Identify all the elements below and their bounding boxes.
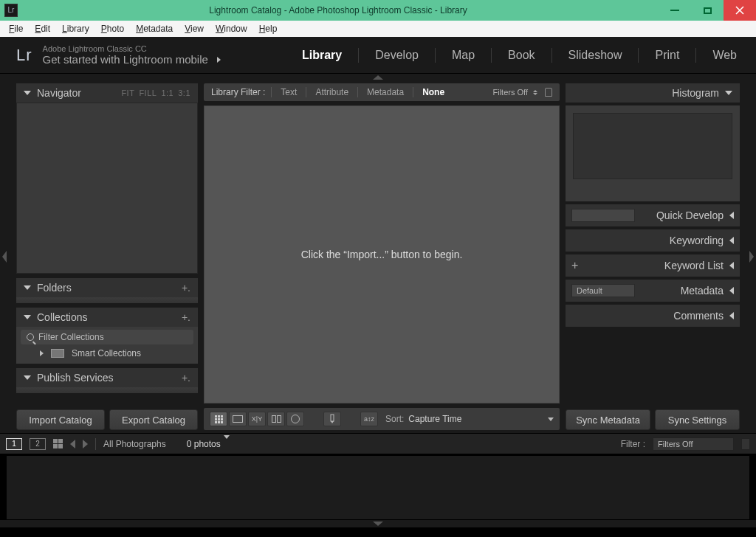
- main-screen-button[interactable]: 1: [6, 438, 22, 450]
- import-catalog-button[interactable]: Import Catalog: [16, 409, 105, 430]
- minimize-button[interactable]: [659, 0, 691, 21]
- compare-view-button[interactable]: X|Y: [248, 412, 266, 426]
- menu-edit[interactable]: Edit: [29, 22, 56, 35]
- histogram-header[interactable]: Histogram: [566, 83, 740, 103]
- toolbar-config-menu[interactable]: [548, 418, 554, 421]
- add-collection-button[interactable]: +.: [182, 311, 190, 323]
- sync-settings-button[interactable]: Sync Settings: [655, 409, 740, 430]
- sort-direction-button[interactable]: a↕z: [360, 412, 378, 426]
- menu-file[interactable]: File: [3, 22, 29, 35]
- module-library[interactable]: Library: [296, 49, 348, 62]
- module-develop[interactable]: Develop: [369, 49, 425, 62]
- bottom-panel-toggle[interactable]: [0, 520, 756, 527]
- smart-collections-row[interactable]: Smart Collections: [21, 344, 193, 362]
- metadata-preset-menu[interactable]: Default: [571, 284, 635, 297]
- identity-header: Lr Adobe Lightroom Classic CC Get starte…: [0, 37, 756, 74]
- module-print[interactable]: Print: [649, 49, 685, 62]
- filter-metadata[interactable]: Metadata: [364, 87, 407, 97]
- histogram-body: [566, 105, 740, 201]
- comments-header[interactable]: Comments: [566, 305, 740, 327]
- module-map[interactable]: Map: [446, 49, 481, 62]
- folders-header[interactable]: Folders+.: [16, 278, 198, 297]
- workspace: Navigator FITFILL1:13:1 Folders+. Collec…: [0, 80, 756, 433]
- disclosure-icon: [24, 91, 31, 95]
- add-keyword-button[interactable]: +: [571, 259, 578, 272]
- module-slideshow[interactable]: Slideshow: [563, 49, 628, 62]
- navigator-header[interactable]: Navigator FITFILL1:13:1: [16, 83, 198, 103]
- menu-window[interactable]: Window: [210, 22, 253, 35]
- metadata-header[interactable]: DefaultMetadata: [566, 280, 740, 302]
- source-lock-toggle[interactable]: [741, 438, 750, 450]
- filmstrip-filter-menu[interactable]: Filters Off: [653, 437, 734, 451]
- filter-collections-input[interactable]: Filter Collections: [21, 330, 193, 344]
- filmstrip-filter-label: Filter :: [621, 439, 645, 449]
- quick-develop-header[interactable]: Quick Develop: [566, 204, 740, 226]
- window-title: Lightroom Catalog - Adobe Photoshop Ligh…: [18, 5, 659, 15]
- toolbar: X|Y a↕z Sort: Capture Time: [204, 408, 560, 430]
- menu-library[interactable]: Library: [56, 22, 95, 35]
- filter-none[interactable]: None: [419, 87, 447, 97]
- menu-view[interactable]: View: [179, 22, 210, 35]
- window-controls: [659, 0, 756, 21]
- window-titlebar: Lr Lightroom Catalog - Adobe Photoshop L…: [0, 0, 756, 21]
- disclosure-icon: [725, 91, 732, 95]
- grid-view-button[interactable]: [210, 412, 227, 426]
- chevron-right-icon: [217, 57, 221, 63]
- loupe-view-button[interactable]: [229, 412, 247, 426]
- sync-metadata-button[interactable]: Sync Metadata: [566, 409, 650, 430]
- filter-preset-menu[interactable]: Filters Off: [493, 88, 552, 97]
- close-button[interactable]: [724, 0, 756, 21]
- grid-view[interactable]: Click the “Import...” button to begin.: [204, 105, 560, 403]
- lock-icon[interactable]: [545, 88, 552, 97]
- add-folder-button[interactable]: +.: [182, 282, 190, 294]
- disclosure-icon: [24, 315, 31, 319]
- quick-develop-preset-menu[interactable]: [571, 209, 635, 222]
- product-name: Adobe Lightroom Classic CC: [43, 44, 221, 53]
- folders-body: [16, 297, 198, 303]
- menu-bar: File Edit Library Photo Metadata View Wi…: [0, 21, 756, 37]
- publish-body: [16, 387, 198, 393]
- module-web[interactable]: Web: [707, 49, 743, 62]
- chevron-right-icon: [40, 350, 44, 356]
- menu-photo[interactable]: Photo: [95, 22, 130, 35]
- menu-help[interactable]: Help: [253, 22, 284, 35]
- module-picker: Library Develop Map Book Slideshow Print…: [296, 48, 743, 63]
- svg-rect-2: [331, 415, 334, 421]
- filter-text[interactable]: Text: [278, 87, 300, 97]
- survey-view-button[interactable]: [267, 412, 285, 426]
- disclosure-icon: [24, 375, 31, 380]
- people-view-button[interactable]: [286, 412, 304, 426]
- source-breadcrumb[interactable]: All Photographs: [103, 439, 166, 449]
- module-book[interactable]: Book: [502, 49, 540, 62]
- keywording-header[interactable]: Keywording: [566, 229, 740, 252]
- top-panel-toggle[interactable]: [0, 74, 756, 80]
- keyword-list-header[interactable]: +Keyword List: [566, 254, 740, 277]
- chevron-left-icon: [729, 237, 734, 244]
- export-catalog-button[interactable]: Export Catalog: [109, 409, 198, 430]
- right-panel-toggle[interactable]: [747, 80, 756, 433]
- left-panel-toggle[interactable]: [0, 80, 9, 433]
- navigator-zoom-options[interactable]: FITFILL1:13:1: [117, 89, 190, 97]
- menu-metadata[interactable]: Metadata: [130, 22, 179, 35]
- sort-label: Sort:: [385, 414, 404, 424]
- sort-menu[interactable]: Capture Time: [408, 414, 464, 424]
- filter-attribute[interactable]: Attribute: [312, 87, 351, 97]
- photo-count[interactable]: 0 photos: [187, 439, 230, 449]
- second-screen-button[interactable]: 2: [30, 438, 46, 450]
- publish-services-header[interactable]: Publish Services+.: [16, 368, 198, 387]
- chevron-down-icon: [224, 435, 230, 449]
- nav-forward-button[interactable]: [83, 440, 88, 448]
- nav-back-button[interactable]: [70, 440, 75, 448]
- navigator-preview: [16, 103, 198, 274]
- left-panel: Navigator FITFILL1:13:1 Folders+. Collec…: [9, 80, 201, 433]
- maximize-button[interactable]: [691, 0, 724, 21]
- filmstrip[interactable]: [6, 455, 750, 520]
- jump-to-grid-icon[interactable]: [53, 439, 63, 448]
- add-publish-button[interactable]: +.: [182, 372, 190, 384]
- collection-set-icon: [51, 349, 64, 358]
- center-panel: Library Filter : Text Attribute Metadata…: [201, 80, 563, 433]
- collections-header[interactable]: Collections+.: [16, 308, 198, 327]
- mobile-link[interactable]: Get started with Lightroom mobile: [43, 53, 221, 66]
- painter-tool[interactable]: [323, 412, 341, 426]
- chevron-left-icon: [729, 287, 734, 294]
